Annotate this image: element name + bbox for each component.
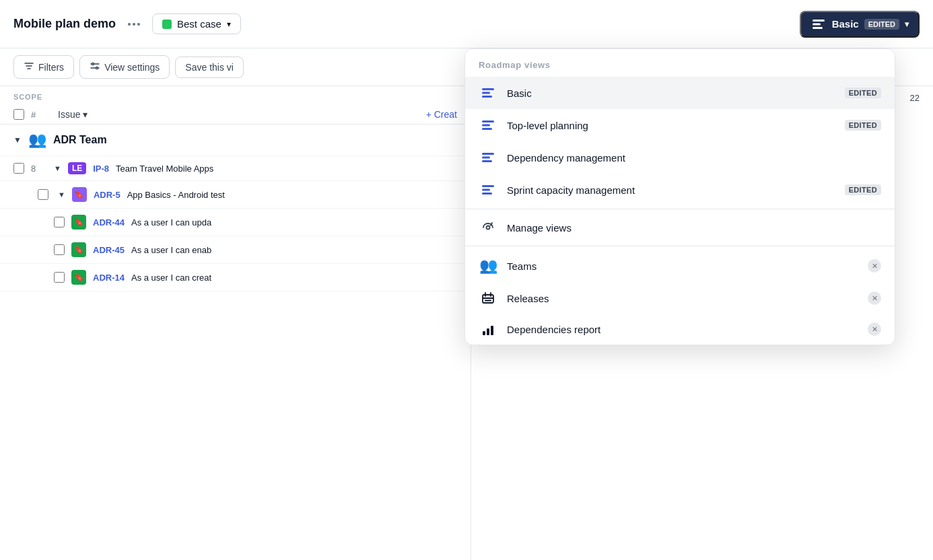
basic-roadmap-icon <box>479 85 497 101</box>
table-row: ▼ 🔖 ADR-5 App Basics - Android test <box>0 181 471 209</box>
team-row: ▼ 👥 ADR Team <box>0 125 471 156</box>
view-settings-icon <box>90 61 100 73</box>
svg-point-6 <box>92 63 94 65</box>
issue-checkbox[interactable] <box>54 272 65 283</box>
table-row: 🔖 ADR-44 As a user I can upda <box>0 209 471 236</box>
dropdown-item-sprint-capacity[interactable]: Sprint capacity management EDITED <box>465 174 895 206</box>
save-view-button[interactable]: Save this vi <box>175 57 244 78</box>
dropdown-item-label: Sprint capacity management <box>507 184 835 196</box>
roadmap-views-dropdown: Roadmap views Basic EDITED Top-level pla… <box>464 48 895 345</box>
top-level-planning-roadmap-icon <box>479 117 497 133</box>
dot2 <box>133 23 135 26</box>
issue-id[interactable]: ADR-14 <box>93 273 125 283</box>
issue-id[interactable]: ADR-44 <box>93 217 125 228</box>
basic-roadmap-icon <box>810 16 827 32</box>
view-settings-button[interactable]: View settings <box>79 55 170 79</box>
dropdown-section-title: Roadmap views <box>465 49 895 77</box>
select-all-checkbox[interactable] <box>13 109 24 120</box>
best-case-dot <box>162 20 172 29</box>
issue-collapse-icon[interactable]: ▼ <box>54 164 61 172</box>
issue-id[interactable]: IP-8 <box>93 164 109 174</box>
svg-rect-12 <box>482 88 494 90</box>
svg-rect-20 <box>482 160 492 162</box>
issue-tag: 🔖 <box>71 242 86 257</box>
releases-icon <box>479 291 497 306</box>
filters-button[interactable]: Filters <box>13 55 74 79</box>
svg-rect-22 <box>482 189 490 191</box>
svg-rect-23 <box>482 193 492 195</box>
dropdown-item-basic[interactable]: Basic EDITED <box>465 77 895 109</box>
svg-rect-15 <box>482 120 494 123</box>
dropdown-item-label: Basic <box>507 88 835 99</box>
table-row: 🔖 ADR-45 As a user I can enab <box>0 236 471 264</box>
svg-rect-31 <box>487 328 489 335</box>
dropdown-divider <box>465 209 895 209</box>
issue-label: Issue <box>58 109 80 120</box>
basic-label: Basic <box>832 18 859 30</box>
dropdown-item-teams[interactable]: 👥 Teams ✕ <box>465 249 895 283</box>
issue-title: Team Travel Mobile Apps <box>116 164 213 174</box>
close-badge: ✕ <box>868 259 881 273</box>
dropdown-item-manage-views[interactable]: Manage views <box>465 212 895 243</box>
issue-tag: 🔖 <box>71 215 86 230</box>
issue-id[interactable]: ADR-5 <box>94 190 120 200</box>
svg-rect-13 <box>482 92 490 94</box>
filters-icon <box>24 61 34 73</box>
dropdown-item-dependency-management[interactable]: Dependency management <box>465 141 895 174</box>
dropdown-item-label: Manage views <box>507 222 881 234</box>
dropdown-item-badge: EDITED <box>845 88 881 98</box>
issue-tag: LE <box>68 162 86 174</box>
issue-id[interactable]: ADR-45 <box>93 245 125 255</box>
svg-rect-30 <box>483 331 485 335</box>
view-settings-label: View settings <box>104 62 160 73</box>
table-row: 8 ▼ LE IP-8 Team Travel Mobile Apps <box>0 156 471 181</box>
issue-tag: 🔖 <box>71 270 86 285</box>
filters-label: Filters <box>38 62 64 73</box>
issue-chevron-icon: ▾ <box>83 109 88 120</box>
dropdown-item-label: Dependency management <box>507 152 881 164</box>
issue-title: As a user I can creat <box>131 273 211 283</box>
issue-tag: 🔖 <box>72 187 87 202</box>
save-view-label: Save this vi <box>185 62 234 73</box>
issue-title: As a user I can enab <box>131 245 211 255</box>
sprint-capacity-roadmap-icon <box>479 182 497 198</box>
issue-title: App Basics - Android test <box>127 190 225 200</box>
dropdown-item-dependencies-report[interactable]: Dependencies report ✕ <box>465 314 895 345</box>
issue-checkbox[interactable] <box>38 189 48 200</box>
dropdown-item-label: Teams <box>507 260 858 272</box>
team-icon: 👥 <box>28 131 46 149</box>
issue-collapse-icon[interactable]: ▼ <box>58 190 65 199</box>
close-badge: ✕ <box>868 322 881 336</box>
dot3 <box>137 23 140 26</box>
svg-rect-19 <box>482 157 490 159</box>
dropdown-item-top-level-planning[interactable]: Top-level planning EDITED <box>465 109 895 141</box>
dependencies-report-icon <box>479 322 497 337</box>
svg-rect-1 <box>813 23 821 25</box>
dropdown-item-releases[interactable]: Releases ✕ <box>465 283 895 314</box>
basic-view-button[interactable]: Basic EDITED ▾ <box>800 11 920 38</box>
col-issue-header[interactable]: Issue ▾ <box>58 109 88 120</box>
dependency-mgmt-roadmap-icon <box>479 149 497 166</box>
more-options-button[interactable] <box>124 20 144 28</box>
issue-checkbox[interactable] <box>13 163 24 174</box>
team-collapse-icon[interactable]: ▼ <box>13 135 22 145</box>
table-area: SCOPE # Issue ▾ + Creat ▼ 👥 ADR Team 8 ▼… <box>0 86 471 560</box>
svg-rect-2 <box>813 27 823 29</box>
svg-rect-16 <box>482 125 490 127</box>
svg-rect-0 <box>813 20 825 22</box>
issue-checkbox[interactable] <box>54 217 65 228</box>
dropdown-item-label: Releases <box>507 293 858 304</box>
svg-rect-17 <box>482 128 492 130</box>
dropdown-item-badge: EDITED <box>845 184 881 195</box>
dot1 <box>128 23 131 26</box>
col-num-header: # <box>31 110 51 120</box>
best-case-button[interactable]: Best case ▾ <box>152 13 241 34</box>
table-row: 🔖 ADR-14 As a user I can creat <box>0 264 471 291</box>
svg-rect-21 <box>482 185 494 187</box>
svg-rect-14 <box>482 96 492 98</box>
svg-rect-29 <box>485 300 491 302</box>
create-button[interactable]: + Creat <box>426 109 457 120</box>
issue-title: As a user I can upda <box>131 217 211 228</box>
best-case-chevron-icon: ▾ <box>227 20 231 29</box>
issue-checkbox[interactable] <box>54 244 65 255</box>
